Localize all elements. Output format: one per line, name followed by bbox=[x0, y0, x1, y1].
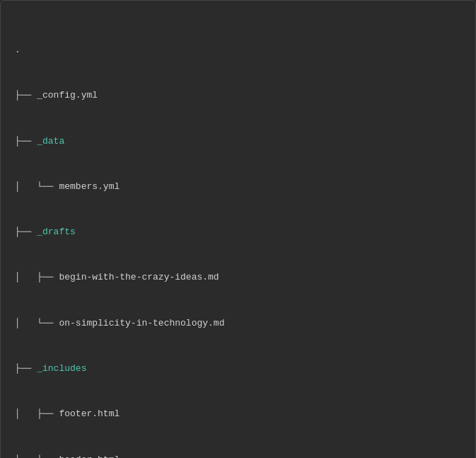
includes-dir-line: ├── _includes bbox=[15, 361, 461, 376]
draft1-line: │ ├── begin-with-the-crazy-ideas.md bbox=[15, 270, 461, 285]
drafts-dir-line: ├── _drafts bbox=[15, 224, 461, 239]
config-line: ├── _config.yml bbox=[15, 88, 461, 103]
header-line: │ └── header.html bbox=[15, 452, 461, 458]
terminal-window: . ├── _config.yml ├── _data │ └── member… bbox=[0, 0, 476, 458]
file-tree: . ├── _config.yml ├── _data │ └── member… bbox=[15, 12, 461, 458]
data-dir-line: ├── _data bbox=[15, 134, 461, 149]
footer-line: │ ├── footer.html bbox=[15, 406, 461, 421]
draft2-line: │ └── on-simplicity-in-technology.md bbox=[15, 316, 461, 331]
members-line: │ └── members.yml bbox=[15, 179, 461, 194]
root-line: . bbox=[15, 42, 461, 57]
